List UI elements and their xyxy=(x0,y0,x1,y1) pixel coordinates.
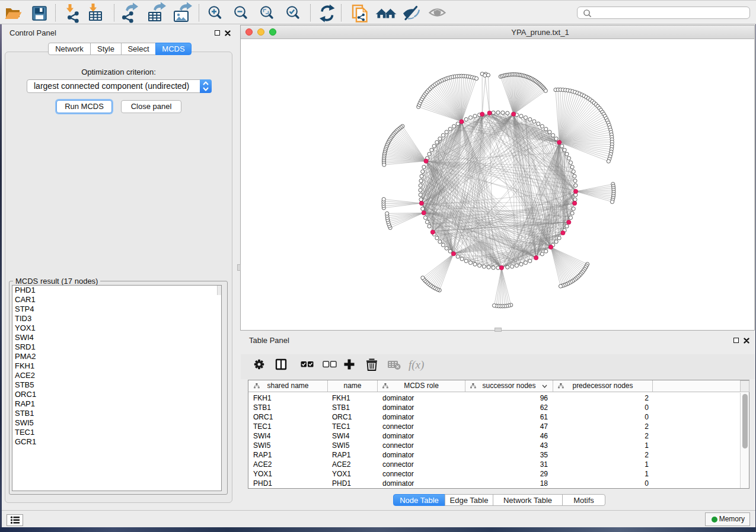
svg-text:f(x): f(x) xyxy=(409,358,424,371)
